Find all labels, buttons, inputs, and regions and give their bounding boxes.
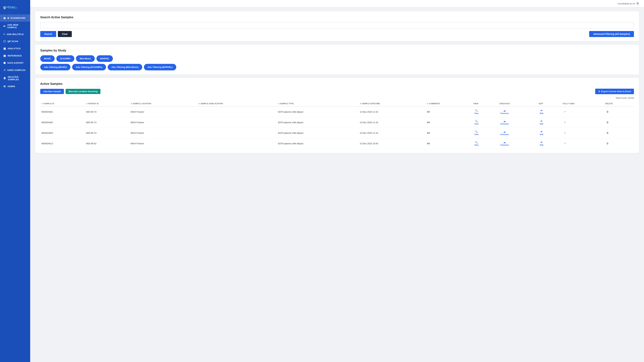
sidebar: g>trac■ ◉ DASHBOARD ✏ ADD NEW SAMPLE ≡ A… <box>0 0 30 362</box>
view-icon: 🔍 <box>475 130 478 133</box>
delete-button-3[interactable]: 🗑 <box>605 142 610 145</box>
gear-nav-icon: ⚙ <box>3 85 6 88</box>
edit-button-1[interactable]: ✏ Edit <box>539 119 544 125</box>
search-input[interactable] <box>40 22 634 28</box>
send-icon: ↗ <box>564 121 566 124</box>
tab-adv-mini-music[interactable]: Adv. Filtering (Mini-Music) <box>108 64 142 70</box>
cell-fully-used: ↗ <box>561 106 604 117</box>
sidebar-item-dashboard[interactable]: ◉ DASHBOARD <box>0 14 30 22</box>
fully-used-button-0[interactable]: ↗ <box>563 110 567 113</box>
qr-icon: ⬡ <box>3 40 6 43</box>
cell-comments: 9M <box>426 128 472 138</box>
cell-checkout: ☁ Checkout <box>498 117 538 128</box>
tab-adv-music[interactable]: Adv. Filtering (MUSIC) <box>40 64 70 70</box>
fully-used-button-2[interactable]: ↗ <box>563 131 567 135</box>
tab-gidamps[interactable]: GI-DAMPs <box>56 55 74 62</box>
export-excel-button[interactable]: ⬇ Export Current View to Excel <box>595 89 634 94</box>
cell-view: 🔍 View <box>472 106 498 117</box>
checkout-button-2[interactable]: ☁ Checkout <box>499 130 510 136</box>
edit-button-3[interactable]: ✏ Edit <box>539 141 544 146</box>
cell-sample-type: EDTA plasma child aliquot <box>277 128 358 138</box>
sidebar-item-admin[interactable]: ⚙ ADMIN <box>0 83 30 90</box>
checkout-icon: ☁ <box>503 130 506 133</box>
table-head: ⇅SAMPLE ID ⇅PATIENT ID ⇅SAMPLE LOCATION … <box>40 101 634 106</box>
cell-fully-used: ↗ <box>561 117 604 128</box>
tab-music[interactable]: MUSIC <box>40 55 55 62</box>
search-buttons-left: Search Clear <box>40 31 72 37</box>
trash-icon: 🗑 <box>3 77 6 80</box>
cell-sample-datetime: 13 Dec 2023 11:15 <box>358 106 426 117</box>
used-icon: ↗ <box>3 68 6 72</box>
view-icon: 🔍 <box>475 141 478 144</box>
cell-delete: 🗑 <box>604 117 634 128</box>
checkout-button-1[interactable]: ☁ Checkout <box>499 119 510 125</box>
download-icon: ⬇ <box>598 90 600 93</box>
edit-button-2[interactable]: ✏ Edit <box>539 130 544 136</box>
table-row: MGM24602 MID-90-73 WGH Freezer EDTA plas… <box>40 117 634 128</box>
view-button-3[interactable]: 🔍 View <box>474 141 480 146</box>
tab-mini-music[interactable]: Mini-Music <box>76 55 94 62</box>
app-logo: g>trac■ <box>0 3 30 14</box>
search-buttons-row: Search Clear Advanced Filtering (All Sam… <box>40 31 634 37</box>
cell-edit: ✏ Edit <box>538 138 562 149</box>
cell-fully-used: ↗ <box>561 128 604 138</box>
sidebar-item-data-export[interactable]: ⬢ DATA EXPORT <box>0 59 30 66</box>
delete-button-2[interactable]: 🗑 <box>605 131 610 135</box>
search-button[interactable]: Search <box>40 31 56 37</box>
cell-comments: 9M <box>426 106 472 117</box>
trash-row-icon: 🗑 <box>606 132 608 134</box>
sidebar-item-analytics[interactable]: ▦ ANALYTICS <box>0 45 30 52</box>
fully-used-button-1[interactable]: ↗ <box>563 121 567 124</box>
view-button-2[interactable]: 🔍 View <box>474 130 480 136</box>
sidebar-item-deleted-samples[interactable]: 🗑 DELETED SAMPLES <box>0 74 30 83</box>
edit-icon: ✏ <box>540 130 542 133</box>
delete-button-1[interactable]: 🗑 <box>605 121 610 124</box>
active-samples-title: Active Samples <box>40 82 634 86</box>
trash-row-icon: 🗑 <box>606 121 608 124</box>
add-new-sample-button[interactable]: Add New Sample <box>40 89 64 94</box>
reference-icon: ▣ <box>3 54 6 57</box>
settings-icon[interactable]: ⚙ <box>636 2 639 5</box>
table-row: MGM24612 MID-90-62 WGH Freezer EDTA plas… <box>40 138 634 149</box>
cell-patient-id: MID-90-62 <box>85 138 129 149</box>
edit-icon: ✏ <box>540 141 542 144</box>
sidebar-item-used-samples[interactable]: ↗ USED SAMPLES <box>0 66 30 74</box>
cell-patient-id: MID-90-73 <box>85 128 129 138</box>
sidebar-item-add-new-sample[interactable]: ✏ ADD NEW SAMPLE <box>0 22 30 31</box>
view-button-0[interactable]: 🔍 View <box>474 109 480 115</box>
checkout-button-3[interactable]: ☁ Checkout <box>499 141 510 146</box>
study-section: Samples by Study MUSIC GI-DAMPs Mini-Mus… <box>35 44 639 75</box>
search-title: Search Active Samples <box>40 15 634 19</box>
cell-sample-type: EDTA plasma child aliquot <box>277 106 358 117</box>
sidebar-item-add-multiple[interactable]: ≡ ADD MULTIPLE <box>0 31 30 38</box>
cell-comments: 9M <box>426 138 472 149</box>
tab-adv-gidamps[interactable]: Adv. Filtering (GI-DAMPs) <box>72 64 106 70</box>
trash-row-icon: 🗑 <box>606 110 608 113</box>
view-button-1[interactable]: 🔍 View <box>474 119 480 125</box>
content-area: Search Active Samples Search Clear Advan… <box>30 7 644 157</box>
col-sample-id: ⇅SAMPLE ID <box>40 101 85 106</box>
checkout-button-0[interactable]: ☁ Checkout <box>499 109 510 115</box>
tab-adv-marvel[interactable]: Adv. Filtering (MARVEL) <box>144 64 176 70</box>
delete-button-0[interactable]: 🗑 <box>605 110 610 113</box>
samples-table: ⇅SAMPLE ID ⇅PATIENT ID ⇅SAMPLE LOCATION … <box>40 101 634 149</box>
active-dot <box>8 17 9 19</box>
col-sample-type: ⇅SAMPLE TYPE <box>277 101 358 106</box>
cell-sample-sublocation <box>197 138 277 149</box>
sidebar-item-qr-scan[interactable]: ⬡ QR SCAN <box>0 38 30 45</box>
advanced-filter-button[interactable]: Advanced Filtering (All Samples) <box>589 31 634 37</box>
clear-button[interactable]: Clear <box>58 31 72 37</box>
edit-button-0[interactable]: ✏ Edit <box>539 109 544 115</box>
export-icon: ⬢ <box>3 61 6 64</box>
tab-marvel[interactable]: MARVEL <box>96 55 113 62</box>
fully-used-button-3[interactable]: ↗ <box>563 142 567 145</box>
checkout-icon: ☁ <box>503 109 506 112</box>
cell-sample-id: MGM24603 <box>40 128 85 138</box>
sidebar-item-reference[interactable]: ▣ REFERENCE <box>0 52 30 59</box>
col-delete: DELETE <box>604 101 634 106</box>
cell-comments: 9M <box>426 117 472 128</box>
total-count: Total Count: 16150 <box>40 97 634 99</box>
cell-sample-id: MGM24602 <box>40 117 85 128</box>
table-actions: Add New Sample Barcode Location Scanning <box>40 89 100 94</box>
barcode-scanning-button[interactable]: Barcode Location Scanning <box>66 89 100 94</box>
